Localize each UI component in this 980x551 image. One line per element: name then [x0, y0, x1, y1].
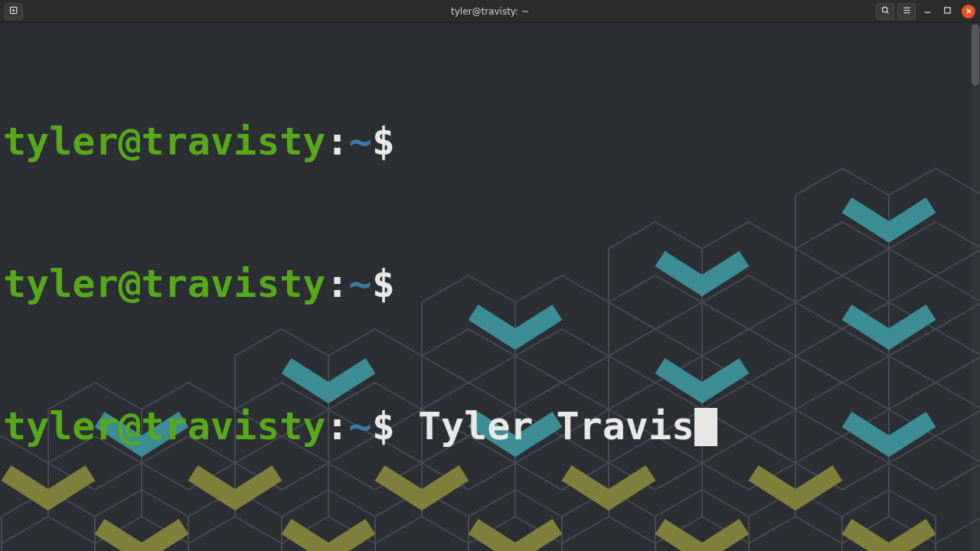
- vertical-scrollbar[interactable]: [971, 23, 980, 551]
- minimize-button[interactable]: [919, 3, 936, 20]
- prompt-line: tyler@travisty:~$: [3, 118, 977, 165]
- titlebar-right-controls: [876, 3, 980, 20]
- prompt-user-host: tyler@travisty: [3, 119, 325, 164]
- new-tab-icon: [9, 5, 19, 18]
- close-icon: [965, 6, 972, 17]
- command-input[interactable]: Tyler Travis: [418, 404, 694, 448]
- prompt-user-host: tyler@travisty: [3, 404, 325, 448]
- window-title: tyler@travisty: ~: [0, 6, 980, 17]
- prompt-separator: :: [325, 404, 348, 448]
- window-titlebar: tyler@travisty: ~: [0, 0, 980, 23]
- prompt-separator: :: [325, 262, 348, 306]
- hamburger-menu-icon: [902, 5, 912, 18]
- command-text: [395, 119, 418, 164]
- prompt-separator: :: [325, 119, 348, 164]
- close-button[interactable]: [962, 5, 975, 18]
- command-text: [395, 262, 418, 306]
- svg-line-4: [887, 11, 888, 13]
- command-text: [395, 404, 418, 448]
- terminal-viewport[interactable]: tyler@travisty:~$ tyler@travisty:~$ tyle…: [0, 23, 980, 551]
- svg-point-3: [882, 7, 887, 12]
- scrollbar-thumb[interactable]: [972, 24, 979, 86]
- text-cursor: [694, 408, 717, 446]
- new-tab-button[interactable]: [5, 3, 23, 20]
- svg-rect-9: [944, 7, 949, 12]
- menu-button[interactable]: [897, 3, 916, 20]
- maximize-button[interactable]: [939, 3, 956, 20]
- prompt-symbol: $: [372, 119, 395, 164]
- prompt-path: ~: [349, 404, 372, 448]
- prompt-path: ~: [349, 119, 372, 164]
- minimize-icon: [923, 6, 932, 17]
- prompt-line: tyler@travisty:~$: [3, 260, 977, 308]
- prompt-symbol: $: [372, 404, 395, 448]
- search-button[interactable]: [876, 3, 894, 20]
- maximize-icon: [943, 6, 952, 17]
- prompt-path: ~: [349, 262, 372, 306]
- search-icon: [880, 5, 890, 18]
- prompt-line: tyler@travisty:~$ Tyler Travis: [3, 403, 977, 450]
- titlebar-left-controls: [0, 3, 23, 20]
- prompt-symbol: $: [372, 262, 395, 306]
- terminal-output: tyler@travisty:~$ tyler@travisty:~$ tyle…: [0, 23, 980, 545]
- prompt-user-host: tyler@travisty: [3, 262, 325, 306]
